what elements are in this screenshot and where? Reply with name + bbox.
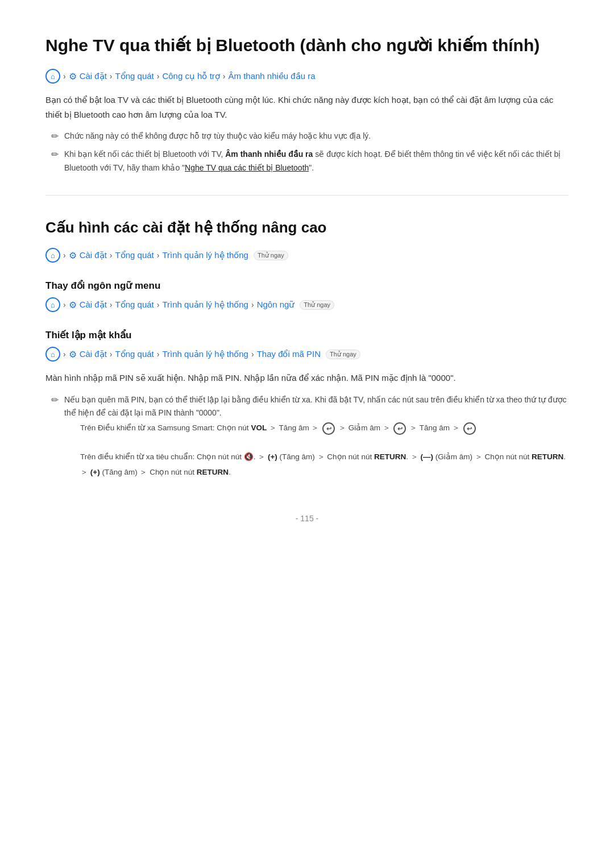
section3-subtitle: Thay đổi ngôn ngữ menu — [45, 280, 569, 292]
nav-trinh-quan-ly-3[interactable]: Trình quản lý hệ thống — [162, 349, 248, 359]
nav-cong-cu[interactable]: Công cụ hỗ trợ — [162, 71, 219, 81]
nav-ngon-ngu[interactable]: Ngôn ngữ — [257, 300, 295, 310]
section2-nav: ⌂ › ⚙ Cài đặt › Tổng quát › Trình quản l… — [45, 248, 569, 263]
note2-block: ✏ Khi bạn kết nối các thiết bị Bluetooth… — [51, 148, 569, 175]
plus-btn-2: (+) — [90, 468, 100, 476]
section4-subtitle: Thiết lập mật khẩu — [45, 329, 569, 341]
chon-nut-label-3: Chọn nút — [484, 452, 516, 461]
home-icon-4: ⌂ — [45, 347, 60, 362]
nav-thay-doi-ma-pin[interactable]: Thay đổi mã PIN — [257, 349, 321, 359]
nav-tong-quat-2[interactable]: Tổng quát — [115, 250, 154, 260]
settings-icon-4: ⚙ — [69, 349, 77, 360]
section1-nav: ⌂ › ⚙ Cài đặt › Tổng quát › Công cụ hỗ t… — [45, 69, 569, 84]
plus-btn-1: (+) — [268, 452, 277, 461]
return-btn-1: RETURN — [374, 452, 406, 461]
return-btn-2: RETURN — [532, 452, 563, 461]
remote2-line: Trên điều khiển từ xa tiêu chuẩn: Chọn n… — [80, 449, 569, 480]
nav-cai-dat-3[interactable]: Cài đặt — [80, 300, 107, 310]
section2-title: Cấu hình các cài đặt hệ thống nâng cao — [45, 218, 569, 238]
section1-body: Bạn có thể bật loa TV và các thiết bị Bl… — [45, 93, 569, 122]
circle-s-icon-1: ↩ — [322, 422, 335, 435]
pencil-icon-3: ✏ — [51, 394, 59, 405]
section4-note-text: Nếu bạn quên mã PIN, bạn có thể thiết lậ… — [64, 393, 569, 480]
nav-cai-dat-2[interactable]: Cài đặt — [80, 250, 107, 260]
remote1-line: Trên Điều khiển từ xa Samsung Smart: Chọ… — [80, 420, 569, 435]
chon-nut-label: Chọn nút — [197, 452, 229, 461]
nav-trinh-quan-ly-1[interactable]: Trình quản lý hệ thống — [162, 250, 248, 260]
section4-note-block: ✏ Nếu bạn quên mã PIN, bạn có thể thiết … — [51, 393, 569, 480]
nav-trinh-quan-ly-2[interactable]: Trình quản lý hệ thống — [162, 300, 248, 310]
chon-nut-label-4: Chọn nút — [150, 468, 181, 476]
badge-try-3: Thử ngay — [326, 350, 360, 359]
pencil-icon-1: ✏ — [51, 131, 59, 142]
minus-btn-1: (—) — [420, 452, 433, 461]
divider-1 — [45, 195, 569, 196]
nav-cai-dat-1[interactable]: Cài đặt — [80, 71, 107, 81]
home-icon: ⌂ — [45, 69, 60, 84]
home-icon-3: ⌂ — [45, 297, 60, 312]
note1-text: Chức năng này có thể không được hỗ trợ t… — [64, 130, 371, 143]
nav-tong-quat-3[interactable]: Tổng quát — [115, 300, 154, 310]
vol-button: VOL — [251, 423, 267, 432]
circle-s-icon-2: ↩ — [393, 422, 406, 435]
chon-nut-label-2: Chọn nút — [327, 452, 359, 461]
section3-nav: ⌂ › ⚙ Cài đặt › Tổng quát › Trình quản l… — [45, 297, 569, 312]
badge-try-2: Thử ngay — [300, 300, 334, 310]
note1-block: ✏ Chức năng này có thể không được hỗ trợ… — [51, 130, 569, 143]
nav-cai-dat-4[interactable]: Cài đặt — [80, 349, 107, 359]
section4-nav: ⌂ › ⚙ Cài đặt › Tổng quát › Trình quản l… — [45, 347, 569, 362]
pencil-icon-2: ✏ — [51, 149, 59, 160]
circle-s-icon-3: ↩ — [463, 422, 476, 435]
return-btn-3: RETURN — [197, 468, 229, 476]
nav-tong-quat-1[interactable]: Tổng quát — [115, 71, 154, 81]
page-number: - 115 - — [45, 514, 569, 523]
nav-tong-quat-4[interactable]: Tổng quát — [115, 349, 154, 359]
home-icon-2: ⌂ — [45, 248, 60, 263]
badge-try-1: Thử ngay — [254, 251, 288, 260]
settings-icon-3: ⚙ — [69, 300, 77, 310]
settings-icon: ⚙ — [69, 71, 77, 82]
section1-title: Nghe TV qua thiết bị Bluetooth (dành cho… — [45, 34, 569, 56]
section4-body: Màn hình nhập mã PIN sẽ xuất hiện. Nhập … — [45, 371, 569, 385]
note2-text: Khi bạn kết nối các thiết bị Bluetooth v… — [64, 148, 569, 175]
nav-am-thanh[interactable]: Âm thanh nhiều đầu ra — [228, 71, 315, 81]
settings-icon-2: ⚙ — [69, 250, 77, 261]
